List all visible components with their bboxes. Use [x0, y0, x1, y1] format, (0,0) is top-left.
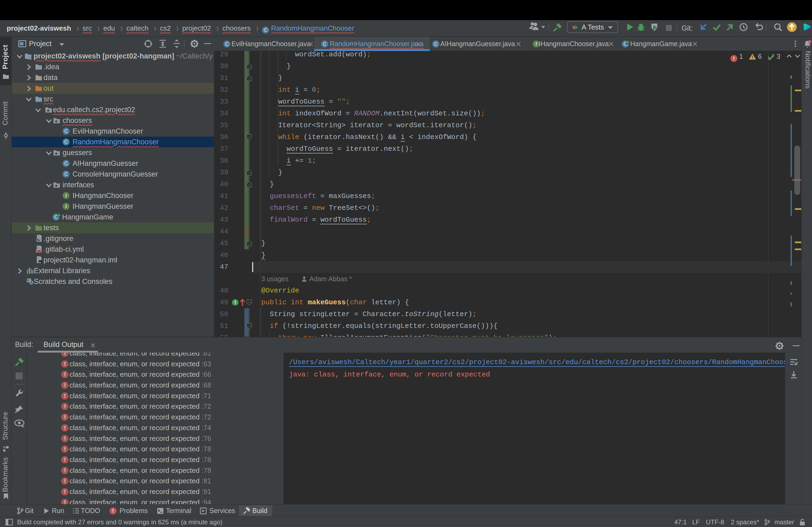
svg-text:YML: YML [36, 250, 42, 253]
